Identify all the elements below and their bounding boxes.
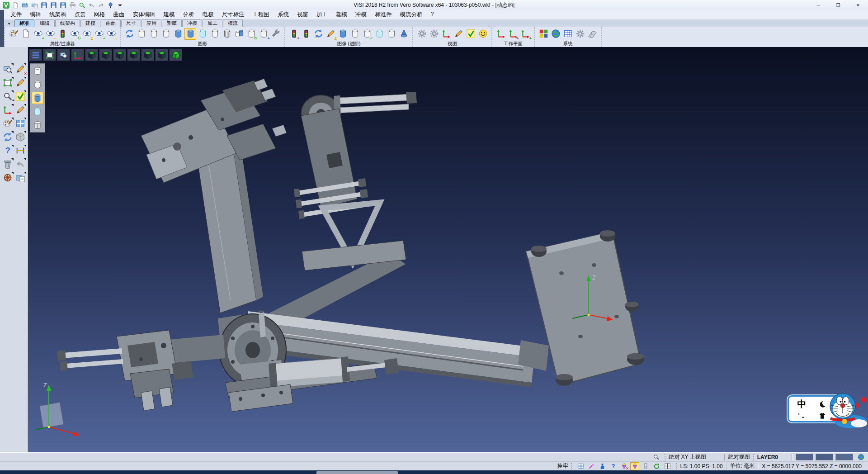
view-back-icon[interactable]	[155, 49, 168, 61]
sketch-spline-icon[interactable]	[14, 104, 26, 116]
menu-item-4[interactable]: 点云	[71, 11, 90, 19]
menu-item-7[interactable]: 实体编辑	[129, 11, 160, 19]
absolute-view-status[interactable]: 绝对视图	[728, 453, 750, 461]
shaded-mode-icon[interactable]	[172, 28, 184, 40]
zoom-fit-icon[interactable]	[43, 49, 56, 61]
snap-lock-label[interactable]: 拴牢	[557, 462, 568, 470]
close-button[interactable]: ✕	[848, 0, 868, 10]
minimize-button[interactable]: ─	[808, 0, 828, 10]
zoom-window-icon[interactable]	[57, 49, 70, 61]
ribbon-tab-2[interactable]: 编辑	[35, 19, 55, 27]
quickbar-more-icon[interactable]	[116, 1, 124, 9]
copy-shade-icon[interactable]: +	[258, 28, 269, 40]
image-adjust-icon[interactable]: ±	[325, 28, 336, 40]
panel-wireframe-icon[interactable]	[32, 65, 43, 77]
view-menu-icon[interactable]	[29, 49, 42, 61]
menu-item-8[interactable]: 建模	[160, 11, 179, 19]
dashed-hidden-mode-icon[interactable]	[160, 28, 172, 40]
viewport-3d[interactable]: Z Z	[28, 47, 868, 452]
annotate-view-icon[interactable]	[453, 28, 464, 40]
filter-traffic-icon[interactable]	[57, 28, 68, 40]
ribbon-tab-9[interactable]: 冲模	[182, 19, 202, 27]
globe-icon[interactable]	[856, 453, 865, 461]
menu-item-3[interactable]: 线架构	[45, 11, 71, 19]
panel-hidden-icon[interactable]	[32, 78, 43, 90]
snap-gem-on-icon[interactable]	[630, 462, 639, 470]
undo-icon[interactable]	[87, 1, 95, 9]
preview-icon[interactable]	[78, 1, 86, 9]
zoom-inout-icon[interactable]: ±	[2, 90, 14, 102]
advanced-shade-icon[interactable]: ✦	[288, 28, 300, 40]
hide-entities-icon[interactable]: −	[44, 28, 56, 40]
snap-grid-icon[interactable]	[576, 462, 585, 470]
translucent-mode-icon[interactable]	[197, 28, 208, 40]
view-axis-icon[interactable]	[440, 28, 452, 40]
help-icon[interactable]	[2, 145, 14, 156]
menu-item-6[interactable]: 曲面	[109, 11, 129, 19]
layer-color-swatch-2[interactable]	[816, 454, 833, 460]
snap-pick-icon[interactable]	[587, 462, 596, 470]
view-top-icon[interactable]	[99, 49, 112, 61]
solid-preview-icon[interactable]	[14, 131, 26, 143]
menu-item-9[interactable]: 分析	[179, 11, 198, 19]
multi-shade-icon[interactable]	[233, 28, 245, 40]
layer-palette-icon[interactable]	[2, 118, 14, 129]
view-shaded-icon[interactable]	[169, 49, 182, 61]
refresh-visibility-icon[interactable]: ↻	[69, 28, 80, 40]
zoom-select-icon[interactable]	[2, 63, 14, 75]
dynamic-pan-icon[interactable]	[2, 104, 14, 116]
search-icon[interactable]	[651, 453, 660, 461]
ribbon-tab-11[interactable]: 模流	[223, 19, 243, 27]
workplane-new-icon[interactable]: +	[519, 28, 531, 40]
confirm-check-icon[interactable]	[14, 90, 26, 102]
scale-status[interactable]: LS: 1.00 PS: 1.00	[680, 463, 722, 469]
maximize-button[interactable]: ❐	[828, 0, 848, 10]
layer-color-swatch-1[interactable]	[796, 454, 813, 460]
viewports-icon[interactable]	[14, 118, 26, 129]
clip-plane-icon[interactable]	[386, 28, 397, 40]
ime-punct-indicator[interactable]: ＇。	[796, 412, 808, 420]
regenerate-icon[interactable]	[2, 131, 14, 143]
print-icon[interactable]	[68, 1, 76, 9]
view-front-icon[interactable]	[113, 49, 126, 61]
draft-quality-icon[interactable]	[349, 28, 361, 40]
save-as-icon[interactable]	[49, 1, 57, 9]
hidden-line-mode-icon[interactable]	[148, 28, 160, 40]
shaded-edges-mode-icon[interactable]	[184, 28, 196, 40]
view-right-icon[interactable]	[127, 49, 140, 61]
ribbon-tab-3[interactable]: 线架构	[55, 19, 80, 27]
ribbon-tab-10[interactable]: 加工	[203, 19, 222, 27]
attributes-palette-icon[interactable]	[8, 28, 19, 40]
options-pin-icon[interactable]	[106, 1, 114, 9]
image-traffic-icon[interactable]	[300, 28, 312, 40]
menu-item-1[interactable]: 文件	[6, 11, 26, 19]
ime-mode-indicator[interactable]: 中	[797, 398, 807, 410]
workplane-edit-icon[interactable]: ✎	[507, 28, 519, 40]
snap-help-icon[interactable]	[609, 462, 618, 470]
system-colors-icon[interactable]	[538, 28, 549, 40]
invert-visibility-icon[interactable]: ±	[81, 28, 93, 40]
menu-item-2[interactable]: 编辑	[26, 11, 45, 19]
view-settings-icon[interactable]	[416, 28, 428, 40]
image-refresh-icon[interactable]	[312, 28, 324, 40]
menu-item-16[interactable]: 塑模	[332, 11, 351, 19]
menu-item-17[interactable]: 冲模	[351, 11, 371, 19]
panel-translucent-icon[interactable]	[32, 105, 43, 118]
system-settings-icon[interactable]	[574, 28, 586, 40]
menu-item-13[interactable]: 系统	[274, 11, 293, 19]
view-left-icon[interactable]	[141, 49, 154, 61]
snap-rotate-icon[interactable]	[652, 462, 661, 470]
system-grid-icon[interactable]	[586, 28, 598, 40]
view-smiley-icon[interactable]	[477, 28, 489, 40]
menu-item-19[interactable]: 模流分析	[396, 11, 427, 19]
view-orientation-status[interactable]: 绝对 XY 上视图	[669, 453, 706, 461]
open-file-icon[interactable]	[21, 1, 29, 9]
view-manager-icon[interactable]	[428, 28, 440, 40]
view-iso-icon[interactable]	[85, 49, 98, 61]
snap-column-icon[interactable]	[641, 462, 650, 470]
edit-erase-icon[interactable]: ✕	[14, 63, 26, 75]
system-globe-icon[interactable]	[550, 28, 561, 40]
regen-shade-icon[interactable]	[123, 28, 135, 40]
ribbon-tab-1[interactable]: 标准	[14, 19, 34, 27]
layer-color-swatch-3[interactable]	[835, 454, 853, 460]
